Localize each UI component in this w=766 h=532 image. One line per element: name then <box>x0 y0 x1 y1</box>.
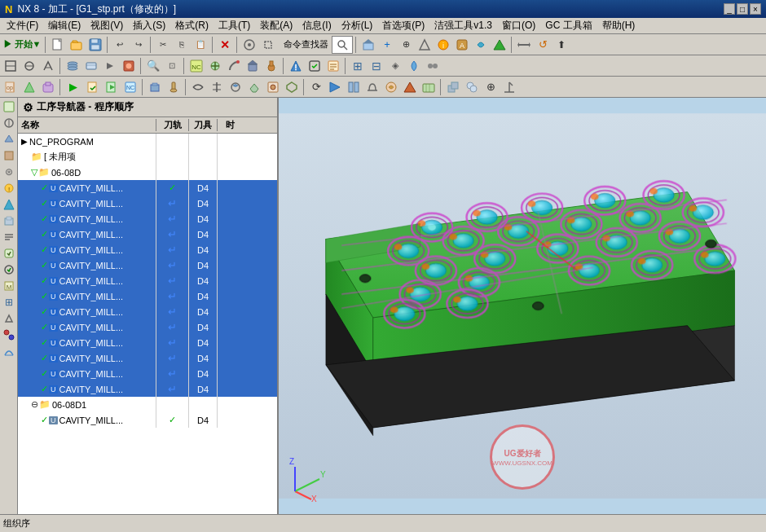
tb3-extra10[interactable]: ⊕ <box>482 78 500 96</box>
tb-extra2[interactable]: + <box>378 36 396 54</box>
tree-row-op-8[interactable]: ✓ U CAVITY_MILL... ↵ D4 <box>18 288 277 304</box>
tb2-more1[interactable]: ⊞ <box>349 57 367 75</box>
tb3-postprocess[interactable]: NC <box>121 78 139 96</box>
tb3-workpiece[interactable] <box>146 78 164 96</box>
program-tree[interactable]: ▶ NC_PROGRAM 📁 [ 未用项 ▽ <box>18 134 277 514</box>
menu-analysis[interactable]: 分析(L) <box>337 17 378 34</box>
tree-row-op-1[interactable]: ✓ U CAVITY_MILL... ✓ D4 <box>18 180 277 196</box>
undo-btn[interactable]: ↩ <box>111 36 129 54</box>
side-icon-16[interactable] <box>2 344 16 358</box>
side-icon-11[interactable] <box>2 262 16 277</box>
tree-row-op-2[interactable]: ✓ U CAVITY_MILL... ↵ D4 <box>18 196 277 211</box>
tree-row-op-9[interactable]: ✓ U CAVITY_MILL... ↵ D4 <box>18 304 277 319</box>
tb-extra1[interactable] <box>359 36 377 54</box>
tb-extra3[interactable]: ⊕ <box>397 36 415 54</box>
close-button[interactable]: × <box>750 3 761 15</box>
tb3-create-geo[interactable] <box>20 78 38 96</box>
maximize-button[interactable]: □ <box>737 3 748 15</box>
tb-extra4[interactable] <box>416 36 434 54</box>
tb2-zoom-btn[interactable]: 🔍 <box>144 57 162 75</box>
tb-extra5[interactable]: i <box>434 36 452 54</box>
tb-extra6[interactable]: A <box>453 36 471 54</box>
tb3-extra8[interactable] <box>444 78 462 96</box>
paste-btn[interactable]: 📋 <box>192 36 209 54</box>
tb3-op6[interactable] <box>283 78 301 96</box>
menu-tools[interactable]: 工具(T) <box>214 17 255 34</box>
tree-row-op-6[interactable]: ✓ U CAVITY_MILL... ↵ D4 <box>18 257 277 273</box>
tb2-btn1[interactable] <box>2 57 20 75</box>
tb3-op3[interactable] <box>227 78 244 96</box>
side-icon-1[interactable] <box>2 99 16 114</box>
tb3-extra7[interactable] <box>420 78 438 96</box>
tree-row-op-14[interactable]: ✓ U CAVITY_MILL... ↵ D4 <box>18 381 277 397</box>
side-icon-15[interactable] <box>2 328 16 342</box>
tb3-verify[interactable] <box>84 78 102 96</box>
tb3-extra6[interactable] <box>401 78 419 96</box>
menu-view[interactable]: 视图(V) <box>86 17 128 34</box>
menu-gctoolbox[interactable]: GC 工具箱 <box>540 17 597 34</box>
side-icon-3[interactable] <box>2 132 16 147</box>
tb-extra7[interactable] <box>472 36 490 54</box>
menu-jiehtools[interactable]: 洁强工具v1.3 <box>429 17 497 34</box>
tree-row-op-5[interactable]: ✓ U CAVITY_MILL... ↵ D4 <box>18 242 277 257</box>
new-file-btn[interactable] <box>49 36 67 54</box>
tb-refresh[interactable]: ↺ <box>534 36 552 54</box>
tb2-btn3[interactable] <box>39 57 57 75</box>
redo-btn[interactable]: ↪ <box>130 36 147 54</box>
tb2-cam4[interactable] <box>244 57 262 75</box>
tb2-more3[interactable]: ◈ <box>386 57 404 75</box>
tree-row-op-13[interactable]: ✓ U CAVITY_MILL... ↵ D4 <box>18 366 277 381</box>
tree-row-unused[interactable]: 📁 [ 未用项 <box>18 149 277 165</box>
side-icon-10[interactable] <box>2 246 16 261</box>
tb3-extra9[interactable] <box>463 78 481 96</box>
start-button[interactable]: ▶ 开始▼ <box>2 36 42 54</box>
tb2-cam2[interactable] <box>206 57 224 75</box>
tb2-cam5[interactable] <box>262 57 280 75</box>
side-icon-9[interactable] <box>2 230 16 244</box>
tb3-extra5[interactable] <box>382 78 400 96</box>
tb-up[interactable]: ⬆ <box>552 36 570 54</box>
tb3-op4[interactable] <box>245 78 263 96</box>
side-icon-7[interactable] <box>2 197 16 212</box>
tree-row-06-08D1[interactable]: ⊖ 📁 06-08D1 <box>18 397 277 412</box>
tb2-more4[interactable] <box>405 57 423 75</box>
tb3-create-op[interactable]: op <box>2 78 20 96</box>
tb2-btn2[interactable] <box>20 57 38 75</box>
side-icon-5[interactable]: ⊛ <box>2 165 16 179</box>
tb2-btn6[interactable] <box>101 57 119 75</box>
delete-btn[interactable]: ✕ <box>216 36 234 54</box>
tb3-extra1[interactable]: ⟳ <box>307 78 325 96</box>
menu-format[interactable]: 格式(R) <box>170 17 214 34</box>
tb3-extra2[interactable] <box>326 78 344 96</box>
tb3-op2[interactable] <box>208 78 226 96</box>
menu-help[interactable]: 帮助(H) <box>597 17 641 34</box>
tb2-layer-btn[interactable] <box>64 57 81 75</box>
tb2-render-btn[interactable] <box>120 57 138 75</box>
tree-row-op-11[interactable]: ✓ U CAVITY_MILL... ↵ D4 <box>18 335 277 350</box>
menu-assembly[interactable]: 装配(A) <box>255 17 297 34</box>
cut-btn[interactable]: ✂ <box>154 36 172 54</box>
tree-row-op-7[interactable]: ✓ U CAVITY_MILL... ↵ D4 <box>18 273 277 288</box>
tb3-generate[interactable]: ▶ <box>64 78 83 96</box>
side-icon-4[interactable] <box>2 148 16 163</box>
tb2-more5[interactable] <box>424 57 442 75</box>
tb-extra9[interactable] <box>515 36 533 54</box>
tb2-cam1[interactable]: NC <box>187 57 205 75</box>
tb3-extra4[interactable] <box>363 78 381 96</box>
tb2-post1[interactable] <box>324 57 342 75</box>
menu-insert[interactable]: 插入(S) <box>128 17 170 34</box>
menu-window[interactable]: 窗口(O) <box>497 17 540 34</box>
tb2-more2[interactable]: ⊟ <box>368 57 385 75</box>
cmd-search-btn[interactable] <box>332 36 353 54</box>
save-btn[interactable] <box>86 36 104 54</box>
side-icon-13[interactable]: ⊞ <box>2 295 16 310</box>
tb-extra8[interactable] <box>491 36 508 54</box>
menu-file[interactable]: 文件(F) <box>2 17 43 34</box>
tb2-verify1[interactable] <box>287 57 305 75</box>
side-icon-8[interactable] <box>2 213 16 228</box>
3d-viewport[interactable]: X Y Z UG爱好者 WWW.UGSNX.COM <box>279 98 766 514</box>
tb3-extra3[interactable] <box>345 78 363 96</box>
side-icon-6[interactable]: ! <box>2 181 16 196</box>
side-icon-14[interactable] <box>2 311 16 326</box>
snap2-btn[interactable] <box>259 36 277 54</box>
